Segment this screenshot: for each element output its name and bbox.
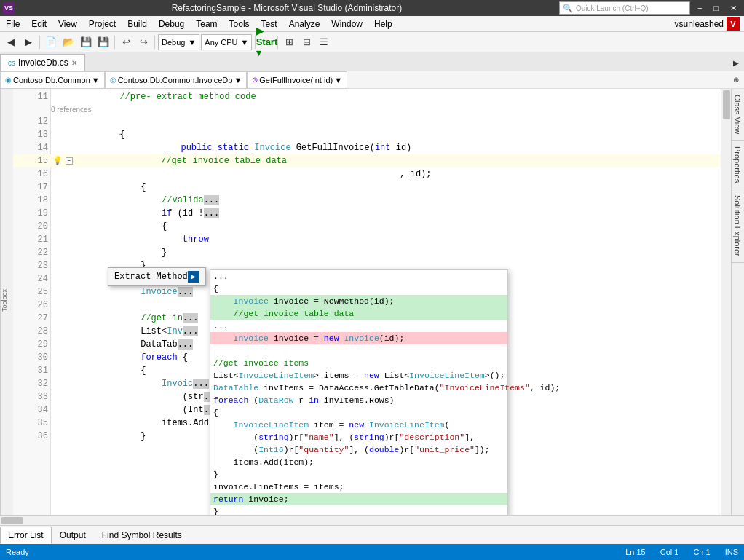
tab-bar-right: ▶: [728, 55, 744, 71]
tab-close-button[interactable]: ✕: [71, 59, 77, 67]
list-item: Invoice invoice = new Invoice(id);: [210, 332, 507, 344]
menu-debug[interactable]: Debug: [153, 16, 190, 32]
table-row: 11 //pre- extract method code: [13, 90, 731, 103]
chevron-down-icon: ▼: [188, 38, 196, 47]
method-icon: ⊙: [252, 76, 258, 84]
list-item: {: [210, 406, 507, 419]
vertical-scrollbar[interactable]: [721, 89, 731, 515]
title-bar: VS RefactoringSample - Microsoft Visual …: [0, 0, 744, 16]
menu-project[interactable]: Project: [83, 16, 122, 32]
tab-scroll-right[interactable]: ▶: [728, 55, 744, 71]
method-path: GetFullInvoice(int id): [259, 76, 333, 84]
error-list-tab[interactable]: Error List: [0, 527, 52, 544]
close-button[interactable]: ✕: [726, 0, 741, 16]
status-ins: INS: [725, 548, 738, 556]
title-bar-controls: 🔍 Quick Launch (Ctrl+Q) − □ ✕: [559, 0, 741, 16]
minimize-button[interactable]: −: [693, 0, 706, 16]
toolbar-new-button[interactable]: 📄: [43, 34, 59, 50]
title-bar-left: VS: [3, 2, 15, 14]
title-text: RefactoringSample - Microsoft Visual Stu…: [15, 3, 559, 13]
table-row: 13 {: [13, 128, 731, 141]
class-chevron-icon: ▼: [92, 76, 100, 84]
file-path: Contoso.Db.Common.InvoiceDb: [118, 76, 233, 84]
toolbar-back-button[interactable]: ◀: [3, 34, 19, 50]
editor-area: 11 //pre- extract method code 0 referenc…: [13, 89, 731, 515]
toolbar-btn8[interactable]: ☰: [316, 34, 332, 50]
file-chevron-icon: ▼: [234, 76, 242, 84]
table-row: 20 {: [13, 220, 731, 233]
toolbar-forward-button[interactable]: ▶: [20, 34, 36, 50]
class-view-tab[interactable]: Class View: [732, 89, 744, 141]
method-nav-dropdown[interactable]: ⊙ GetFullInvoice(int id) ▼: [247, 71, 347, 89]
list-item: ...: [210, 270, 507, 283]
menu-build[interactable]: Build: [122, 16, 153, 32]
extract-method-header[interactable]: Extract Method ▶: [108, 268, 205, 285]
menu-analyze[interactable]: Analyze: [283, 16, 326, 32]
properties-tab[interactable]: Properties: [732, 141, 744, 189]
list-item: }: [210, 505, 507, 515]
find-symbol-tab[interactable]: Find Symbol Results: [94, 527, 190, 544]
menu-user: vsunleashed V: [675, 17, 744, 31]
extract-method-label: Extract Method: [114, 272, 188, 282]
menu-help[interactable]: Help: [368, 16, 398, 32]
toolbar: ◀ ▶ 📄 📂 💾 💾 ↩ ↪ Debug ▼ Any CPU ▼ ▶ Star…: [0, 32, 744, 52]
scrollbar-thumb[interactable]: [723, 90, 730, 119]
table-row: 22 }: [13, 246, 731, 259]
status-ch: Ch 1: [693, 548, 710, 556]
arrow-right-icon: ▶: [191, 272, 196, 281]
list-item: }: [210, 468, 507, 481]
toolbar-redo-button[interactable]: ↪: [135, 34, 151, 50]
quick-launch-label: Quick Launch (Ctrl+Q): [576, 4, 649, 12]
table-row: 15 💡 − //get invoice table data: [13, 154, 731, 167]
extract-method-arrow[interactable]: ▶: [188, 271, 199, 283]
maximize-button[interactable]: □: [709, 0, 723, 16]
class-nav-dropdown[interactable]: ◉ Contoso.Db.Common ▼: [0, 71, 105, 89]
config-dropdown[interactable]: Debug ▼: [158, 34, 199, 50]
status-bar: Ready Ln 15 Col 1 Ch 1 INS: [0, 544, 744, 560]
toolbar-saveall-button[interactable]: 💾: [95, 34, 111, 50]
status-col: Col 1: [660, 548, 679, 556]
horizontal-scrollbar[interactable]: [0, 515, 744, 525]
file-nav-dropdown[interactable]: ◎ Contoso.Db.Common.InvoiceDb ▼: [105, 71, 248, 89]
solution-explorer-tab[interactable]: Solution Explorer: [732, 189, 744, 263]
toolbar-undo-button[interactable]: ↩: [118, 34, 134, 50]
toolbar-save-button[interactable]: 💾: [78, 34, 94, 50]
menu-team[interactable]: Team: [190, 16, 223, 32]
hscrollbar-thumb[interactable]: [1, 517, 23, 524]
menu-window[interactable]: Window: [325, 16, 368, 32]
toolbar-btn7[interactable]: ⊟: [298, 34, 314, 50]
right-side-panels: Class View Properties Solution Explorer: [731, 89, 744, 515]
menu-file[interactable]: File: [0, 16, 25, 32]
list-item: items.Add(item);: [210, 456, 507, 468]
lightbulb-icon[interactable]: 💡: [51, 154, 64, 167]
output-tab[interactable]: Output: [52, 527, 94, 544]
menu-tools[interactable]: Tools: [223, 16, 256, 32]
tab-bar: cs InvoiceDb.cs ✕ ▶: [0, 52, 744, 71]
toolbox-label: Toolbox: [1, 289, 8, 312]
start-button[interactable]: ▶ Start ▾: [258, 34, 274, 50]
table-row: 21 throw: [13, 233, 731, 246]
tab-invoicedb[interactable]: cs InvoiceDb.cs ✕: [0, 54, 85, 71]
vs-logo-icon: VS: [3, 2, 15, 14]
extract-method-popup[interactable]: Extract Method ▶: [108, 267, 206, 286]
user-icon: V: [727, 17, 740, 31]
nav-bar: ◉ Contoso.Db.Common ▼ ◎ Contoso.Db.Commo…: [0, 71, 744, 89]
quick-launch-box[interactable]: 🔍 Quick Launch (Ctrl+Q): [559, 1, 690, 15]
menu-view[interactable]: View: [52, 16, 83, 32]
list-item: //get invoice items: [210, 357, 507, 369]
nav-expand-button[interactable]: ⊕: [728, 72, 744, 88]
platform-dropdown[interactable]: Any CPU ▼: [201, 34, 252, 50]
toolbar-open-button[interactable]: 📂: [60, 34, 76, 50]
list-item: //get invoice table data: [210, 307, 507, 320]
menu-edit[interactable]: Edit: [25, 16, 52, 32]
platform-label: Any CPU: [205, 38, 237, 47]
class-icon: ◉: [5, 76, 12, 84]
list-item: {: [210, 283, 507, 295]
list-item: [210, 344, 507, 357]
toolbox-strip[interactable]: Toolbox: [0, 89, 13, 515]
toolbar-btn6[interactable]: ⊞: [281, 34, 297, 50]
collapse-button[interactable]: −: [64, 154, 74, 167]
toolbar-sep1: [39, 36, 40, 49]
preview-panel: ... { Invoice invoice = NewMethod(id); /…: [210, 269, 508, 515]
user-label: vsunleashed: [675, 19, 724, 29]
